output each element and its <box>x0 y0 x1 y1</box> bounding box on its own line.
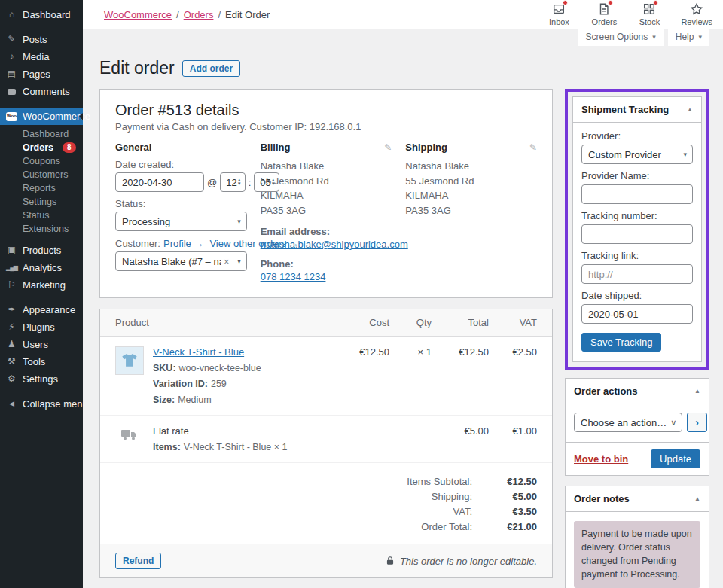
page-title: Edit order <box>99 58 175 78</box>
tracking-link-input[interactable] <box>581 264 693 284</box>
sidebar-item-posts[interactable]: Posts <box>0 31 83 48</box>
order-number-title: Order #513 details <box>115 102 537 119</box>
lock-icon <box>385 556 395 566</box>
sidebar-item-wc-customers[interactable]: Customers <box>0 168 83 181</box>
sidebar-item-label: Users <box>23 339 48 350</box>
product-thumbnail <box>115 346 144 375</box>
date-created-input[interactable] <box>115 172 204 192</box>
customer-profile-link[interactable]: Profile → <box>163 238 203 249</box>
help-tab[interactable]: Help <box>668 29 709 46</box>
sidebar-item-label: Analytics <box>23 262 62 273</box>
breadcrumb-woocommerce-link[interactable]: WooCommerce <box>104 9 172 20</box>
address-line: KILMAHA <box>261 188 392 203</box>
edit-shipping-icon[interactable] <box>529 142 537 153</box>
provider-label: Provider: <box>581 130 693 142</box>
tshirt-icon <box>120 352 139 370</box>
sidebar-item-plugins[interactable]: Plugins <box>0 318 83 336</box>
customer-select[interactable]: Natasha Blake (#7 – natasha.blake@…× <box>115 251 247 271</box>
order-status-select[interactable]: Processing <box>115 212 247 231</box>
refund-button[interactable]: Refund <box>115 553 161 569</box>
order-action-select[interactable]: Choose an action… <box>574 413 682 432</box>
shipment-tracking-panel: Shipment Tracking Provider: Custom Provi… <box>572 96 702 362</box>
admin-sidebar: Dashboard Posts Media Pages Comments Woo… <box>0 0 83 588</box>
provider-name-label: Provider Name: <box>581 170 693 181</box>
admin-content: WooCommerce / Orders / Edit Order Inbox … <box>83 0 723 588</box>
item-total: €12.50 <box>432 346 489 405</box>
sidebar-item-label: Products <box>23 245 61 256</box>
sidebar-item-wc-extensions[interactable]: Extensions <box>0 222 83 236</box>
sidebar-item-wc-dashboard[interactable]: Dashboard <box>0 127 83 141</box>
tracking-number-input[interactable] <box>581 224 693 244</box>
sidebar-item-pages[interactable]: Pages <box>0 66 83 83</box>
sidebar-item-media[interactable]: Media <box>0 48 83 66</box>
breadcrumb-current: Edit Order <box>225 9 270 20</box>
collapse-menu-button[interactable]: Collapse menu <box>0 395 83 413</box>
order-payment-meta: Payment via Cash on delivery. Customer I… <box>115 121 537 133</box>
billing-email-link[interactable]: natasha.blake@shipyouridea.com <box>261 239 392 250</box>
sidebar-item-wc-status[interactable]: Status <box>0 209 83 222</box>
collapse-panel-icon[interactable] <box>694 495 700 502</box>
hour-stepper[interactable]: 12 <box>220 172 245 192</box>
product-name-link[interactable]: V-Neck T-Shirt - Blue <box>153 346 244 358</box>
sidebar-item-analytics[interactable]: Analytics <box>0 259 83 276</box>
shipping-items: Items:V-Neck T-Shirt - Blue × 1 <box>153 442 288 452</box>
chevron-down-icon <box>237 257 241 265</box>
reviews-button[interactable]: Reviews <box>681 2 712 26</box>
collapse-panel-icon[interactable] <box>694 388 700 395</box>
order-items-footer: Refund This order is no longer editable. <box>100 544 552 577</box>
chevron-down-icon <box>683 151 687 158</box>
address-line: Natasha Blake <box>261 159 392 174</box>
cost-column-header: Cost <box>337 317 389 328</box>
woocommerce-icon <box>6 112 17 121</box>
users-icon <box>6 339 17 350</box>
order-totals: Items Subtotal:€12.50 Shipping:€5.00 VAT… <box>100 463 552 544</box>
collapse-panel-icon[interactable] <box>687 106 693 113</box>
shipping-heading: Shipping <box>405 142 447 153</box>
sidebar-item-woocommerce[interactable]: WooCommerce <box>0 108 83 125</box>
sidebar-item-wc-reports[interactable]: Reports <box>0 181 83 195</box>
marketing-icon <box>6 279 17 291</box>
date-at-separator: @ <box>207 177 217 188</box>
sidebar-item-tools[interactable]: Tools <box>0 353 83 370</box>
sidebar-item-products[interactable]: Products <box>0 242 83 259</box>
sidebar-item-wc-settings[interactable]: Settings <box>0 195 83 209</box>
sidebar-item-label: Comments <box>23 86 70 97</box>
screen-meta-tabs: Screen Options Help <box>83 29 723 46</box>
media-icon <box>6 51 17 62</box>
update-order-button[interactable]: Update <box>651 449 700 468</box>
sidebar-item-marketing[interactable]: Marketing <box>0 276 83 294</box>
customer-label: Customer: <box>115 238 160 249</box>
woocommerce-submenu: Dashboard Orders8 Coupons Customers Repo… <box>0 125 83 242</box>
sidebar-item-appearance[interactable]: Appearance <box>0 301 83 318</box>
date-shipped-input[interactable] <box>581 304 693 324</box>
totals-row: Order Total:€21.00 <box>334 521 537 532</box>
screen-options-tab[interactable]: Screen Options <box>578 29 664 46</box>
spinner-arrows-icon[interactable] <box>237 178 242 186</box>
sidebar-item-settings[interactable]: Settings <box>0 370 83 388</box>
sidebar-item-label: Settings <box>23 373 58 385</box>
orders-activity-button[interactable]: Orders <box>590 2 618 26</box>
apply-action-button[interactable] <box>687 413 707 432</box>
billing-phone-link[interactable]: 078 1234 1234 <box>261 271 392 282</box>
sidebar-item-dashboard[interactable]: Dashboard <box>0 6 83 23</box>
sidebar-item-users[interactable]: Users <box>0 336 83 353</box>
add-order-button[interactable]: Add order <box>182 60 240 77</box>
move-to-bin-link[interactable]: Move to bin <box>574 453 628 465</box>
sidebar-item-comments[interactable]: Comments <box>0 83 83 100</box>
save-tracking-button[interactable]: Save Tracking <box>581 333 661 352</box>
provider-name-input[interactable] <box>581 184 693 204</box>
order-note-content: Payment to be made upon delivery. Order … <box>574 521 700 588</box>
order-data-panel: Order #513 details Payment via Cash on d… <box>99 89 553 298</box>
edit-billing-icon[interactable] <box>384 142 392 153</box>
sidebar-item-wc-orders[interactable]: Orders8 <box>0 141 83 154</box>
clear-selection-icon[interactable]: × <box>224 256 230 267</box>
appearance-icon <box>6 304 17 315</box>
address-line: PA35 3AG <box>261 203 392 218</box>
breadcrumb-orders-link[interactable]: Orders <box>184 9 214 20</box>
shipment-tracking-highlight: Shipment Tracking Provider: Custom Provi… <box>565 89 709 370</box>
provider-select[interactable]: Custom Provider <box>581 145 693 164</box>
sidebar-item-wc-coupons[interactable]: Coupons <box>0 154 83 168</box>
total-column-header: Total <box>432 317 489 328</box>
stock-button[interactable]: Stock <box>636 2 663 26</box>
inbox-button[interactable]: Inbox <box>545 2 572 26</box>
